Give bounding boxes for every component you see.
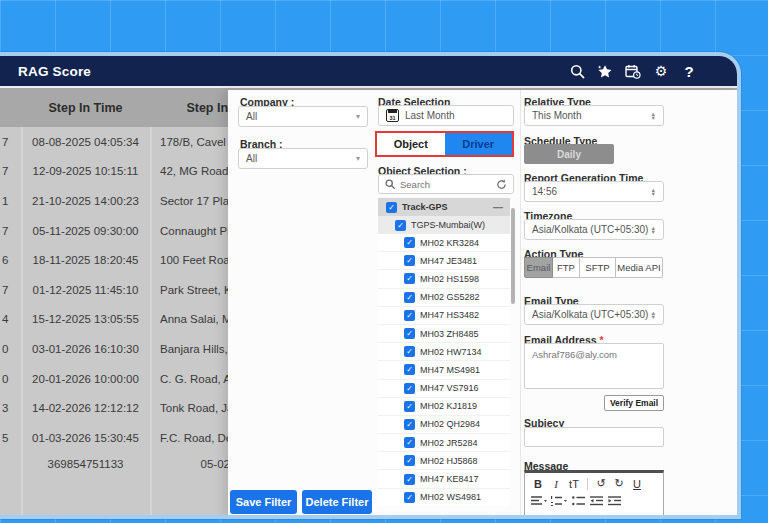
ordered-list-icon[interactable] <box>551 494 567 507</box>
table-cell: 03-01-2026 16:10:30 <box>21 343 150 355</box>
toggle-object-tab[interactable]: Object <box>377 133 445 155</box>
checkbox[interactable]: ✓ <box>404 310 415 321</box>
tree-root-row[interactable]: ✓ Track-GPS — <box>378 198 510 216</box>
checkbox[interactable]: ✓ <box>404 401 415 412</box>
object-row[interactable]: ✓MH03 ZH8485 <box>378 325 510 343</box>
bullet-list-icon[interactable] <box>571 494 585 507</box>
object-row[interactable]: ✓MH47 HS3482 <box>378 307 510 325</box>
checkbox[interactable]: ✓ <box>395 220 406 231</box>
table-cell: 5 <box>0 432 21 444</box>
action-type-email[interactable]: Email <box>524 257 553 278</box>
search-icon[interactable] <box>569 63 585 79</box>
collapse-icon[interactable]: — <box>493 202 503 213</box>
toolbar-divider <box>587 478 588 490</box>
object-row[interactable]: ✓MH47 MS4981 <box>378 361 510 379</box>
checkbox[interactable]: ✓ <box>404 492 415 503</box>
object-row[interactable]: ✓MH47 VS7916 <box>378 380 510 398</box>
delete-filter-button[interactable]: Delete Filter <box>302 490 372 514</box>
object-row[interactable]: ✓MH02 KJ1819 <box>378 398 510 416</box>
refresh-icon[interactable] <box>496 179 507 190</box>
redo-icon[interactable]: ↻ <box>612 477 626 490</box>
search-input[interactable] <box>400 179 496 190</box>
table-cell: 01-12-2025 11:45:10 <box>21 284 150 296</box>
email-address-field[interactable]: Ashraf786@aly.com <box>524 343 664 389</box>
object-row[interactable]: ✓MH02 HW7134 <box>378 343 510 361</box>
align-left-icon[interactable] <box>531 494 547 507</box>
checkbox[interactable]: ✓ <box>404 346 415 357</box>
stepper-icon: ▲▼ <box>651 188 656 196</box>
underline-icon[interactable]: U <box>630 477 644 490</box>
table-cell: 4 <box>0 313 21 325</box>
font-size-icon[interactable]: tT <box>567 477 581 490</box>
desktop-background: RAG Score ⚙ ? Step In Time <box>0 0 768 523</box>
report-time-select[interactable]: 14:56 ▲▼ <box>524 181 664 202</box>
checkbox[interactable]: ✓ <box>404 292 415 303</box>
action-type-sftp[interactable]: SFTP <box>580 257 616 278</box>
object-row[interactable]: ✓MH02 JR5284 <box>378 434 510 452</box>
save-filter-button[interactable]: Save Filter <box>230 490 297 514</box>
object-row-label: MH47 HS3482 <box>420 310 479 320</box>
object-row-label: MH02 QH2984 <box>420 419 480 429</box>
toggle-driver-tab[interactable]: Driver <box>445 133 513 155</box>
checkbox[interactable]: ✓ <box>404 474 415 485</box>
branch-select[interactable]: All ▾ <box>238 148 368 169</box>
scheduled-report-icon[interactable] <box>625 63 641 79</box>
object-row-label: MH02 WS4981 <box>420 492 481 502</box>
settings-gear-icon[interactable]: ⚙ <box>653 63 669 79</box>
subject-input[interactable] <box>524 427 664 447</box>
indent-icon[interactable] <box>607 494 621 507</box>
object-row[interactable]: ✓MH47 KE8417 <box>378 470 510 488</box>
italic-icon[interactable]: I <box>549 477 563 490</box>
table-cell: 05-11-2025 09:30:00 <box>21 225 150 237</box>
object-row[interactable]: ✓MH47 JE3481 <box>378 252 510 270</box>
object-row-label: MH02 GS5282 <box>420 292 480 302</box>
help-icon[interactable]: ? <box>681 63 697 79</box>
tree-group-row[interactable]: ✓ TGPS-Mumbai(W) <box>378 216 510 234</box>
checkbox[interactable]: ✓ <box>404 419 415 430</box>
app-header: RAG Score ⚙ ? <box>0 56 737 86</box>
checkbox[interactable]: ✓ <box>404 328 415 339</box>
timezone-select[interactable]: Asia/Kolkata (UTC+05:30) ▲▼ <box>524 219 664 240</box>
relative-type-select[interactable]: This Month ▲▼ <box>524 105 664 126</box>
undo-icon[interactable]: ↺ <box>594 477 608 490</box>
checkbox[interactable]: ✓ <box>404 455 415 466</box>
table-cell: 14-02-2026 12:12:12 <box>21 402 150 414</box>
object-row-label: MH02 HJ5868 <box>420 456 478 466</box>
favorite-star-icon[interactable] <box>597 63 613 79</box>
object-row[interactable]: ✓MH02 HJ5868 <box>378 452 510 470</box>
stepper-icon: ▲▼ <box>651 226 656 234</box>
checkbox[interactable]: ✓ <box>404 237 415 248</box>
table-cell: 12-09-2025 10:15:11 <box>21 165 150 177</box>
object-tree: ✓ Track-GPS — ✓ TGPS-Mumbai(W) ✓MH02 KR3… <box>378 198 510 506</box>
verify-email-button[interactable]: Verify Email <box>604 395 664 411</box>
checkbox[interactable]: ✓ <box>404 273 415 284</box>
table-cell: 21-10-2025 14:00:23 <box>21 195 150 207</box>
date-range-select[interactable]: 31 Last Month <box>378 105 514 126</box>
action-type-ftp[interactable]: FTP <box>553 257 580 278</box>
checkbox[interactable]: ✓ <box>404 383 415 394</box>
object-row[interactable]: ✓MH02 HS1598 <box>378 270 510 288</box>
action-type-segments: EmailFTPSFTPMedia API <box>524 257 663 278</box>
schedule-type-daily-button[interactable]: Daily <box>524 144 614 164</box>
checkbox[interactable]: ✓ <box>404 364 415 375</box>
table-cell: 18-11-2025 18:20:45 <box>21 254 150 266</box>
header-toolbar: ⚙ ? <box>569 63 737 79</box>
scrollbar-thumb[interactable] <box>511 208 515 304</box>
editor-toolbar-row-2 <box>525 490 663 507</box>
object-row-label: MH47 KE8417 <box>420 474 479 484</box>
object-row[interactable]: ✓MH02 WS4981 <box>378 489 510 506</box>
object-row[interactable]: ✓MH02 KR3284 <box>378 234 510 252</box>
page-title: RAG Score <box>0 64 91 79</box>
outdent-icon[interactable] <box>589 494 603 507</box>
email-type-select[interactable]: Asia/Kolkata (UTC+05:30) ▲▼ <box>524 304 664 325</box>
table-cell: 15-12-2025 13:05:55 <box>21 313 150 325</box>
checkbox[interactable]: ✓ <box>404 437 415 448</box>
table-cell: 0 <box>0 373 21 385</box>
company-select[interactable]: All ▾ <box>238 106 368 127</box>
object-row[interactable]: ✓MH02 QH2984 <box>378 416 510 434</box>
checkbox[interactable]: ✓ <box>404 255 415 266</box>
object-row[interactable]: ✓MH02 GS5282 <box>378 289 510 307</box>
action-type-media-api[interactable]: Media API <box>616 257 663 278</box>
checkbox[interactable]: ✓ <box>386 202 397 213</box>
bold-icon[interactable]: B <box>531 477 545 490</box>
